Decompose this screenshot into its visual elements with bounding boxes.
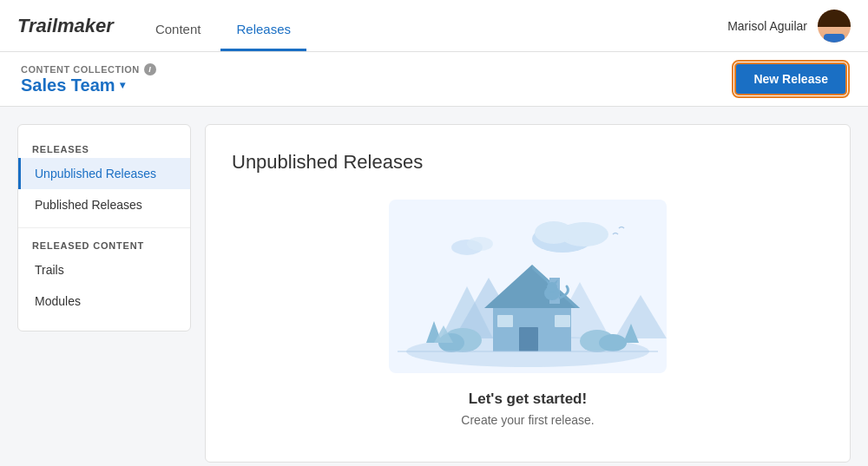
svg-point-3 bbox=[535, 221, 573, 244]
app-header: Trailmaker Content Releases Marisol Agui… bbox=[0, 0, 868, 52]
empty-state: Let's get started! Create your first rel… bbox=[232, 191, 824, 436]
avatar bbox=[818, 10, 851, 43]
chevron-down-icon: ▾ bbox=[120, 79, 125, 91]
svg-point-25 bbox=[599, 334, 627, 351]
logo-trail: Trail bbox=[17, 15, 57, 36]
main-nav: Content Releases bbox=[140, 0, 311, 51]
avatar-hair bbox=[818, 10, 851, 28]
new-release-button[interactable]: New Release bbox=[734, 62, 847, 95]
collection-selector: CONTENT COLLECTION i Sales Team ▾ bbox=[21, 63, 156, 95]
sidebar-item-unpublished-releases[interactable]: Unpublished Releases bbox=[18, 158, 190, 189]
svg-rect-16 bbox=[555, 315, 570, 327]
page-title: Unpublished Releases bbox=[232, 151, 423, 174]
empty-state-illustration bbox=[389, 200, 667, 373]
sidebar-item-modules[interactable]: Modules bbox=[18, 286, 190, 317]
sidebar-section-released-content: RELEASED CONTENT bbox=[18, 235, 190, 254]
content-area: Unpublished Releases bbox=[205, 124, 851, 463]
collection-section-label: CONTENT COLLECTION i bbox=[21, 63, 156, 75]
svg-rect-15 bbox=[497, 315, 513, 327]
svg-point-19 bbox=[547, 282, 557, 292]
svg-point-5 bbox=[467, 237, 493, 251]
sidebar-item-trails[interactable]: Trails bbox=[18, 254, 190, 286]
info-icon[interactable]: i bbox=[144, 63, 156, 75]
nav-tab-releases[interactable]: Releases bbox=[220, 22, 306, 51]
empty-state-subtitle: Create your first release. bbox=[461, 413, 594, 427]
sidebar: RELEASES Unpublished Releases Published … bbox=[17, 124, 191, 331]
avatar-body bbox=[824, 34, 845, 43]
main-content: RELEASES Unpublished Releases Published … bbox=[0, 107, 868, 466]
app-logo: Trailmaker bbox=[17, 15, 114, 37]
logo-maker: maker bbox=[57, 15, 114, 36]
header-right: Marisol Aguilar bbox=[727, 10, 851, 43]
username-label: Marisol Aguilar bbox=[727, 19, 807, 33]
sidebar-divider bbox=[18, 227, 190, 228]
sidebar-section-releases: RELEASES bbox=[18, 139, 190, 158]
nav-tab-content[interactable]: Content bbox=[140, 22, 217, 51]
empty-state-title: Let's get started! bbox=[469, 391, 587, 408]
svg-rect-14 bbox=[519, 327, 538, 351]
sub-header: CONTENT COLLECTION i Sales Team ▾ New Re… bbox=[0, 52, 868, 107]
collection-name[interactable]: Sales Team ▾ bbox=[21, 75, 156, 95]
sidebar-item-published-releases[interactable]: Published Releases bbox=[18, 189, 190, 220]
